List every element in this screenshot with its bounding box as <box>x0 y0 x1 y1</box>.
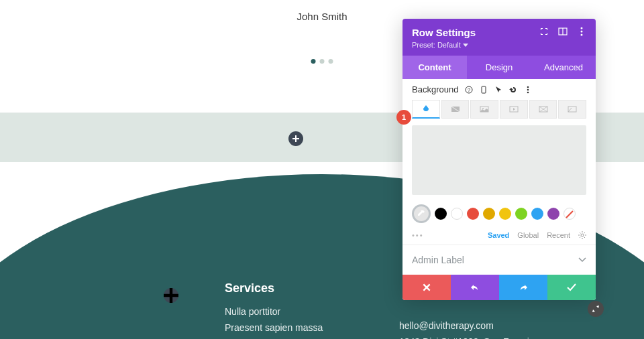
svg-point-3 <box>581 31 583 33</box>
palette-footer: ••• Saved Global Recent <box>412 231 586 239</box>
expand-panel-button[interactable] <box>588 301 604 317</box>
service-item[interactable]: Praesent sapien massa <box>225 322 323 333</box>
reset-icon[interactable] <box>509 86 517 94</box>
eyedropper-swatch[interactable] <box>412 204 431 223</box>
columns-icon[interactable] <box>558 27 568 36</box>
svg-text:?: ? <box>468 87 471 93</box>
add-module-button[interactable] <box>288 131 303 146</box>
redo-button[interactable] <box>499 275 547 300</box>
color-preview[interactable] <box>412 125 586 195</box>
bg-type-video[interactable] <box>500 100 528 119</box>
svg-point-10 <box>527 91 529 93</box>
svg-point-2 <box>581 27 583 29</box>
page-author: John Smith <box>297 11 347 22</box>
cancel-button[interactable] <box>402 275 451 300</box>
background-label: Background <box>412 84 458 94</box>
bg-type-color[interactable] <box>412 100 440 119</box>
preset-selector[interactable]: Preset: Default <box>412 41 476 49</box>
swatch-purple[interactable] <box>547 208 559 220</box>
palette-recent[interactable]: Recent <box>547 231 570 239</box>
color-swatches <box>412 204 586 223</box>
admin-label-section[interactable]: Admin Label <box>402 245 596 275</box>
swatch-yellow[interactable] <box>499 208 511 220</box>
contact-email[interactable]: hello@divitherapy.com <box>399 320 544 331</box>
palette-saved[interactable]: Saved <box>488 231 509 239</box>
phone-icon[interactable] <box>480 86 488 94</box>
background-type-tabs <box>412 100 586 119</box>
undo-button[interactable] <box>451 275 499 300</box>
tab-content[interactable]: Content <box>402 56 467 79</box>
more-palettes[interactable]: ••• <box>412 231 424 239</box>
swatch-transparent[interactable] <box>564 208 576 220</box>
bg-type-image[interactable] <box>470 100 498 119</box>
svg-point-8 <box>527 86 529 88</box>
swatch-green[interactable] <box>515 208 527 220</box>
help-icon[interactable]: ? <box>465 86 473 94</box>
bg-type-mask[interactable] <box>558 100 586 119</box>
background-section: Background ? <box>402 79 596 245</box>
svg-point-13 <box>482 108 484 109</box>
bg-type-gradient[interactable] <box>441 100 470 119</box>
dot-1[interactable] <box>311 59 316 64</box>
hover-icon[interactable] <box>494 86 502 94</box>
fullscreen-icon[interactable] <box>539 27 549 36</box>
swatch-white[interactable] <box>451 208 463 220</box>
swatch-black[interactable] <box>435 208 447 220</box>
contact-column: hello@divitherapy.com 1343 Divi St #1000… <box>399 320 544 339</box>
tab-advanced[interactable]: Advanced <box>531 56 596 79</box>
services-heading: Services <box>225 281 323 295</box>
row-settings-panel: Row Settings Preset: Default Content Des… <box>402 19 596 300</box>
service-item[interactable]: Nulla porttitor <box>225 306 323 317</box>
panel-header: Row Settings Preset: Default <box>402 19 596 56</box>
dot-3[interactable] <box>329 59 333 64</box>
svg-point-17 <box>581 234 584 236</box>
svg-rect-7 <box>482 86 486 93</box>
contact-address: 1343 Divi St #1000, San Francisco <box>399 336 544 339</box>
tab-design[interactable]: Design <box>467 56 531 79</box>
svg-point-4 <box>581 34 583 36</box>
palette-settings-icon[interactable] <box>578 231 586 239</box>
palette-global[interactable]: Global <box>517 231 539 239</box>
panel-tabs: Content Design Advanced <box>402 56 596 79</box>
more-icon[interactable] <box>577 27 586 36</box>
chevron-down-icon <box>578 256 586 264</box>
add-section-button[interactable] <box>164 288 178 303</box>
swatch-blue[interactable] <box>531 208 543 220</box>
panel-title: Row Settings <box>412 27 476 38</box>
dot-2[interactable] <box>320 59 325 64</box>
menu-icon[interactable] <box>524 86 532 94</box>
notification-badge: 1 <box>396 110 411 125</box>
swatch-amber[interactable] <box>483 208 495 220</box>
svg-rect-16 <box>568 107 576 112</box>
bg-type-pattern[interactable] <box>529 100 557 119</box>
panel-footer <box>402 275 596 300</box>
swatch-red[interactable] <box>467 208 479 220</box>
carousel-dots <box>311 59 333 64</box>
svg-point-9 <box>527 88 529 90</box>
save-button[interactable] <box>547 275 596 300</box>
services-column: Services Nulla porttitor Praesent sapien… <box>225 281 323 339</box>
